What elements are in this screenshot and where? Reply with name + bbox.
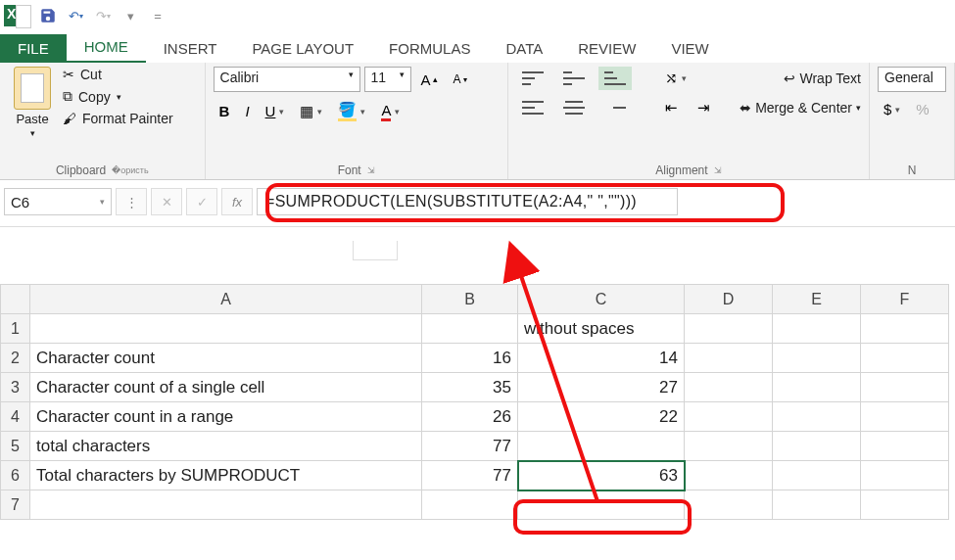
dialog-launcher-icon[interactable]: �ористь [112, 165, 148, 175]
cell[interactable] [422, 314, 518, 344]
cell[interactable] [685, 402, 773, 432]
wrap-text-button[interactable]: ↩Wrap Text [784, 70, 861, 86]
qat-customize-icon[interactable]: ▾ [119, 5, 141, 26]
cell[interactable] [773, 432, 861, 461]
cell[interactable]: 77 [422, 432, 518, 461]
cell[interactable] [685, 373, 773, 402]
cell[interactable] [685, 432, 773, 461]
cell[interactable] [773, 373, 861, 402]
cell[interactable]: 16 [422, 344, 518, 373]
tab-page-layout[interactable]: PAGE LAYOUT [234, 34, 371, 63]
undo-icon[interactable]: ↶▾ [65, 5, 86, 26]
font-name-select[interactable]: Calibri ▾ [214, 67, 360, 92]
col-header-A[interactable]: A [30, 285, 422, 314]
cell[interactable] [685, 461, 773, 490]
tab-view[interactable]: VIEW [653, 34, 726, 63]
cell[interactable] [422, 490, 518, 520]
align-top-button[interactable] [516, 67, 549, 90]
fill-color-button[interactable]: 🪣 [332, 98, 371, 124]
cell[interactable] [773, 461, 861, 490]
row-header[interactable]: 4 [1, 402, 30, 432]
percent-button[interactable]: % [910, 98, 934, 120]
increase-indent-button[interactable]: ⇥ [692, 96, 716, 119]
cell[interactable] [685, 314, 773, 344]
cell[interactable] [861, 490, 949, 520]
col-header-C[interactable]: C [518, 285, 685, 314]
italic-button[interactable]: I [239, 100, 255, 122]
cell[interactable] [861, 402, 949, 432]
row-header[interactable]: 1 [1, 314, 30, 344]
cell[interactable]: Character count in a range [30, 402, 422, 432]
cell[interactable] [518, 432, 685, 461]
cell[interactable] [685, 344, 773, 373]
cell[interactable]: 77 [422, 461, 518, 490]
cell-active[interactable]: 63 [518, 461, 685, 490]
cell[interactable]: 35 [422, 373, 518, 402]
cell[interactable]: 14 [518, 344, 685, 373]
cell[interactable] [685, 490, 773, 520]
align-right-button[interactable] [598, 96, 632, 119]
row-header[interactable]: 7 [1, 490, 30, 520]
row-header[interactable]: 3 [1, 373, 30, 402]
number-format-select[interactable]: General [878, 67, 946, 92]
row-header[interactable]: 6 [1, 461, 30, 490]
align-left-button[interactable] [516, 96, 549, 119]
border-button[interactable]: ▦ [294, 100, 328, 123]
cell[interactable] [861, 314, 949, 344]
worksheet-grid[interactable]: A B C D E F 1 without spaces 2 Character… [0, 284, 949, 520]
col-header-B[interactable]: B [422, 285, 518, 314]
align-middle-button[interactable] [557, 67, 591, 90]
name-box[interactable]: C6 ▾ [4, 188, 112, 215]
paste-button[interactable]: Paste ▾ [8, 67, 57, 138]
align-bottom-button[interactable] [598, 67, 632, 90]
formula-input[interactable]: =SUMPRODUCT(LEN(SUBSTITUTE(A2:A4," ","")… [257, 188, 678, 215]
align-center-button[interactable] [557, 96, 591, 119]
redo-icon[interactable]: ↷▾ [92, 5, 114, 26]
insert-function-button[interactable]: fx [221, 188, 253, 215]
copy-button[interactable]: ⧉ Copy ▾ [63, 88, 173, 105]
col-header-E[interactable]: E [773, 285, 861, 314]
col-header-D[interactable]: D [685, 285, 773, 314]
cell[interactable]: total characters [30, 432, 422, 461]
row-header[interactable]: 5 [1, 432, 30, 461]
cell[interactable]: 26 [422, 402, 518, 432]
cancel-formula-button[interactable]: ✕ [151, 188, 182, 215]
cell[interactable] [861, 373, 949, 402]
cell[interactable] [518, 490, 685, 520]
cell[interactable]: Character count [30, 344, 422, 373]
decrease-font-button[interactable]: A▾ [448, 70, 473, 89]
dialog-launcher-icon[interactable]: ⇲ [714, 165, 722, 175]
underline-button[interactable]: U [260, 100, 291, 122]
dialog-launcher-icon[interactable]: ⇲ [367, 165, 375, 175]
currency-button[interactable]: $ [878, 98, 906, 120]
cell[interactable] [861, 344, 949, 373]
cell[interactable] [861, 432, 949, 461]
format-painter-button[interactable]: 🖌 Format Painter [63, 111, 173, 126]
cell[interactable]: without spaces [518, 314, 685, 344]
merge-center-button[interactable]: ⬌Merge & Center ▾ [740, 100, 861, 116]
save-icon[interactable] [37, 5, 59, 26]
cell[interactable] [861, 461, 949, 490]
formula-bar-expand[interactable] [353, 241, 398, 260]
enter-formula-button[interactable]: ✓ [186, 188, 217, 215]
cell[interactable]: 22 [518, 402, 685, 432]
select-all-corner[interactable] [1, 285, 30, 314]
orientation-button[interactable]: ⤭ [659, 67, 692, 90]
increase-font-button[interactable]: A▴ [415, 69, 444, 91]
font-size-select[interactable]: 11 ▾ [364, 67, 411, 92]
row-header[interactable]: 2 [1, 344, 30, 373]
cell[interactable]: Character count of a single cell [30, 373, 422, 402]
tab-formulas[interactable]: FORMULAS [371, 34, 488, 63]
bold-button[interactable]: B [214, 100, 236, 122]
cell[interactable] [773, 314, 861, 344]
cell[interactable]: Total characters by SUMPRODUCT [30, 461, 422, 490]
cell[interactable]: 27 [518, 373, 685, 402]
tab-review[interactable]: REVIEW [560, 34, 653, 63]
tab-data[interactable]: DATA [488, 34, 560, 63]
cell[interactable] [30, 314, 422, 344]
cell[interactable] [773, 344, 861, 373]
tab-insert[interactable]: INSERT [146, 34, 235, 63]
cell[interactable] [773, 402, 861, 432]
cell[interactable] [30, 490, 422, 520]
cell[interactable] [773, 490, 861, 520]
